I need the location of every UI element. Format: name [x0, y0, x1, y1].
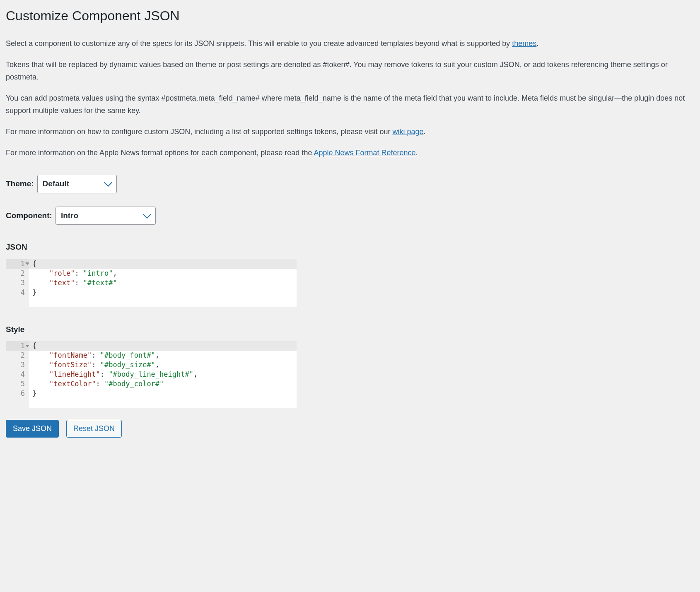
themes-link[interactable]: themes [512, 39, 536, 48]
intro-paragraph-4: For more information on how to configure… [6, 125, 694, 138]
theme-select-wrap: Default [37, 175, 117, 193]
wiki-page-link[interactable]: wiki page [392, 128, 423, 136]
intro-paragraph-3: You can add postmeta values using the sy… [6, 92, 694, 117]
intro-text-1a: Select a component to customize any of t… [6, 39, 512, 48]
style-code-line-1: { [29, 341, 297, 351]
component-field-row: Component: Intro [6, 207, 694, 225]
json-gutter-line-2: 2 [6, 269, 29, 278]
style-code-line-6: } [29, 389, 297, 398]
style-code-line-4: "lineHeight": "#body_line_height#", [29, 370, 297, 379]
intro-text-4b: . [424, 128, 426, 136]
intro-text-5a: For more information on the Apple News f… [6, 149, 314, 157]
style-gutter-line-3: 3 [6, 360, 29, 370]
json-gutter-line-4: 4 [6, 288, 29, 297]
component-label: Component: [6, 210, 52, 222]
fold-icon[interactable] [25, 262, 29, 265]
style-gutter-line-4: 4 [6, 370, 29, 379]
json-editor-gutter: 1 2 3 4 [6, 259, 29, 307]
apple-news-format-link[interactable]: Apple News Format Reference [314, 149, 415, 157]
style-gutter-line-5: 5 [6, 379, 29, 389]
style-editor[interactable]: 1 2 3 4 5 6 { "fontName": "#body_font#",… [6, 341, 297, 408]
button-row: Save JSON Reset JSON [6, 420, 694, 438]
intro-text-4a: For more information on how to configure… [6, 128, 392, 136]
intro-text-5b: . [416, 149, 418, 157]
style-gutter-line-1: 1 [6, 341, 29, 351]
style-section-label: Style [6, 324, 694, 336]
json-code-line-2: "role": "intro", [29, 269, 297, 278]
intro-text-1b: . [536, 39, 538, 48]
style-editor-gutter: 1 2 3 4 5 6 [6, 341, 29, 408]
component-select[interactable]: Intro [56, 207, 156, 225]
save-json-button[interactable]: Save JSON [6, 420, 59, 438]
reset-json-button[interactable]: Reset JSON [66, 420, 122, 438]
style-editor-code[interactable]: { "fontName": "#body_font#", "fontSize":… [29, 341, 297, 408]
theme-field-row: Theme: Default [6, 175, 694, 193]
style-code-line-3: "fontSize": "#body_size#", [29, 360, 297, 370]
page-title: Customize Component JSON [6, 6, 694, 26]
style-gutter-line-2: 2 [6, 351, 29, 360]
json-gutter-line-3: 3 [6, 278, 29, 288]
intro-paragraph-2: Tokens that will be replaced by dynamic … [6, 58, 694, 84]
json-editor-code[interactable]: { "role": "intro", "text": "#text#" } [29, 259, 297, 307]
json-editor[interactable]: 1 2 3 4 { "role": "intro", "text": "#tex… [6, 259, 297, 307]
json-code-line-4: } [29, 288, 297, 297]
style-code-line-2: "fontName": "#body_font#", [29, 351, 297, 360]
json-code-line-1: { [29, 259, 297, 269]
json-section-label: JSON [6, 241, 694, 253]
intro-paragraph-1: Select a component to customize any of t… [6, 37, 694, 50]
theme-select[interactable]: Default [37, 175, 117, 193]
theme-label: Theme: [6, 178, 34, 190]
component-select-wrap: Intro [56, 207, 156, 225]
intro-paragraph-5: For more information on the Apple News f… [6, 147, 694, 159]
json-gutter-line-1: 1 [6, 259, 29, 269]
style-gutter-line-6: 6 [6, 389, 29, 398]
fold-icon[interactable] [25, 345, 29, 347]
json-code-line-3: "text": "#text#" [29, 278, 297, 288]
style-code-line-5: "textColor": "#body_color#" [29, 379, 297, 389]
